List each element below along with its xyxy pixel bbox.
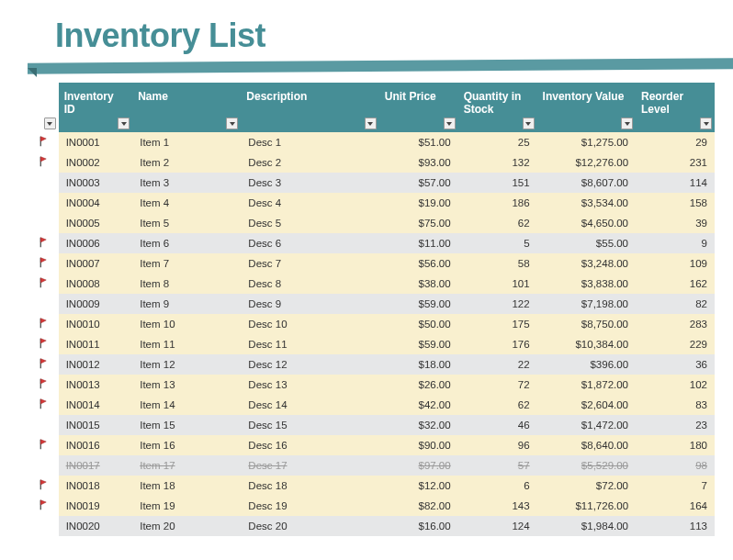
- cell-inventory-value: $12,276.00: [537, 152, 636, 173]
- header-unit-price[interactable]: Unit Price: [379, 83, 458, 132]
- flag-cell: [37, 274, 59, 294]
- flag-cell: [37, 233, 59, 253]
- cell-inventory-value: $55.00: [537, 233, 636, 253]
- flag-icon: [39, 398, 50, 409]
- cell-unit-price: $59.00: [379, 294, 458, 314]
- cell-description: Desc 14: [241, 395, 378, 415]
- cell-inventory-value: $396.00: [537, 354, 636, 375]
- header-description[interactable]: Description: [241, 83, 378, 132]
- filter-button[interactable]: [444, 118, 456, 129]
- flag-icon: [39, 358, 50, 369]
- cell-id: IN0018: [59, 476, 133, 496]
- cell-reorder: 36: [636, 354, 715, 375]
- cell-reorder: 180: [636, 435, 715, 455]
- cell-name: Item 9: [132, 294, 241, 314]
- cell-name: Item 7: [132, 253, 241, 274]
- header-label: Inventory Value: [543, 90, 625, 103]
- cell-id: IN0004: [59, 193, 133, 213]
- filter-button[interactable]: [621, 118, 633, 129]
- cell-reorder: 109: [636, 253, 715, 274]
- cell-unit-price: $16.00: [379, 516, 458, 536]
- cell-description: Desc 7: [241, 253, 378, 274]
- header-label: Description: [246, 90, 307, 103]
- table-row[interactable]: IN0007Item 7Desc 7$56.0058$3,248.00109: [37, 253, 715, 274]
- flag-cell: [37, 375, 59, 395]
- cell-quantity: 175: [458, 314, 537, 334]
- table-row[interactable]: IN0018Item 18Desc 18$12.006$72.007: [37, 476, 715, 496]
- cell-name: Item 20: [132, 516, 241, 536]
- cell-id: IN0003: [59, 173, 133, 193]
- filter-button[interactable]: [118, 118, 130, 129]
- cell-reorder: 39: [636, 213, 715, 233]
- cell-name: Item 1: [132, 132, 241, 152]
- cell-id: IN0014: [59, 395, 133, 415]
- cell-unit-price: $57.00: [379, 173, 458, 193]
- flag-cell: [37, 213, 59, 233]
- table-row[interactable]: IN0014Item 14Desc 14$42.0062$2,604.0083: [37, 395, 715, 415]
- cell-id: IN0009: [59, 294, 133, 314]
- cell-unit-price: $90.00: [379, 435, 458, 455]
- cell-id: IN0016: [59, 435, 133, 455]
- cell-reorder: 98: [636, 455, 715, 476]
- cell-id: IN0010: [59, 314, 133, 334]
- cell-inventory-value: $1,872.00: [537, 375, 636, 395]
- cell-inventory-value: $5,529.00: [537, 455, 636, 476]
- cell-description: Desc 11: [241, 334, 378, 354]
- cell-id: IN0015: [59, 415, 133, 435]
- flag-icon: [39, 277, 50, 288]
- flag-icon: [39, 378, 50, 389]
- table-row[interactable]: IN0016Item 16Desc 16$90.0096$8,640.00180: [37, 435, 715, 455]
- table-row[interactable]: IN0008Item 8Desc 8$38.00101$3,838.00162: [37, 274, 715, 294]
- table-row[interactable]: IN0013Item 13Desc 13$26.0072$1,872.00102: [37, 375, 715, 395]
- table-row[interactable]: IN0003Item 3Desc 3$57.00151$8,607.00114: [37, 173, 715, 193]
- table-row[interactable]: IN0002Item 2Desc 2$93.00132$12,276.00231: [37, 152, 715, 173]
- table-row[interactable]: IN0010Item 10Desc 10$50.00175$8,750.0028…: [37, 314, 715, 334]
- table-row[interactable]: IN0017Item 17Desc 17$97.0057$5,529.0098: [37, 455, 715, 476]
- header-quantity[interactable]: Quantity in Stock: [458, 83, 537, 132]
- cell-inventory-value: $4,650.00: [537, 213, 636, 233]
- table-row[interactable]: IN0006Item 6Desc 6$11.005$55.009: [37, 233, 715, 253]
- table-row[interactable]: IN0019Item 19Desc 19$82.00143$11,726.001…: [37, 496, 715, 516]
- filter-button[interactable]: [523, 118, 535, 129]
- cell-inventory-value: $8,607.00: [537, 173, 636, 193]
- flag-cell: [37, 455, 59, 476]
- header-name[interactable]: Name: [132, 83, 241, 132]
- cell-name: Item 5: [132, 213, 241, 233]
- table-row[interactable]: IN0009Item 9Desc 9$59.00122$7,198.0082: [37, 294, 715, 314]
- filter-button[interactable]: [700, 118, 712, 129]
- cell-unit-price: $18.00: [379, 354, 458, 375]
- table-row[interactable]: IN0020Item 20Desc 20$16.00124$1,984.0011…: [37, 516, 715, 536]
- cell-inventory-value: $7,198.00: [537, 294, 636, 314]
- filter-button[interactable]: [365, 118, 377, 129]
- cell-quantity: 151: [458, 173, 537, 193]
- filter-button[interactable]: [226, 118, 238, 129]
- flag-icon: [39, 237, 50, 248]
- header-reorder-level[interactable]: Reorder Level: [636, 83, 715, 132]
- cell-description: Desc 8: [241, 274, 378, 294]
- cell-id: IN0005: [59, 213, 133, 233]
- cell-unit-price: $56.00: [379, 253, 458, 274]
- cell-quantity: 101: [458, 274, 537, 294]
- filter-button[interactable]: [44, 118, 56, 129]
- cell-quantity: 72: [458, 375, 537, 395]
- table-row[interactable]: IN0015Item 15Desc 15$32.0046$1,472.0023: [37, 415, 715, 435]
- header-inventory-id[interactable]: Inventory ID: [59, 83, 133, 132]
- table-row[interactable]: IN0001Item 1Desc 1$51.0025$1,275.0029: [37, 132, 715, 152]
- cell-reorder: 82: [636, 294, 715, 314]
- flag-cell: [37, 415, 59, 435]
- cell-name: Item 3: [132, 173, 241, 193]
- flag-icon: [39, 156, 50, 167]
- table-row[interactable]: IN0011Item 11Desc 11$59.00176$10,384.002…: [37, 334, 715, 354]
- cell-id: IN0011: [59, 334, 133, 354]
- table-row[interactable]: IN0005Item 5Desc 5$75.0062$4,650.0039: [37, 213, 715, 233]
- cell-inventory-value: $72.00: [537, 476, 636, 496]
- table-row[interactable]: IN0012Item 12Desc 12$18.0022$396.0036: [37, 354, 715, 375]
- header-flag[interactable]: [37, 83, 59, 132]
- table-row[interactable]: IN0004Item 4Desc 4$19.00186$3,534.00158: [37, 193, 715, 213]
- flag-cell: [37, 294, 59, 314]
- header-inventory-value[interactable]: Inventory Value: [537, 83, 636, 132]
- cell-quantity: 132: [458, 152, 537, 173]
- flag-icon: [39, 338, 50, 349]
- flag-icon: [39, 136, 50, 147]
- cell-description: Desc 20: [241, 516, 378, 536]
